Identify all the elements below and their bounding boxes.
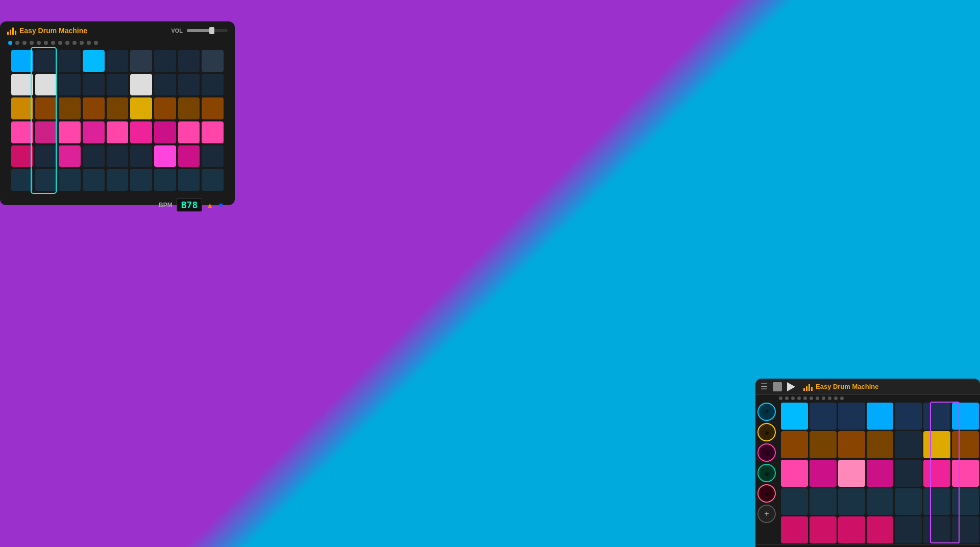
d2-dot-8[interactable] [828,396,831,400]
device2-pad-r3-c0[interactable] [781,488,808,515]
device2-pad-r2-c2[interactable] [838,460,865,487]
ctrl-btn-2[interactable]: ◎ [757,443,776,462]
device2-pad-r4-c1[interactable] [810,516,837,543]
d2-dot-1[interactable] [785,396,789,400]
device1-pad-r1-c6[interactable] [154,74,176,96]
d2-dot-2[interactable] [791,396,795,400]
device1-pad-r4-c2[interactable] [59,145,81,167]
device1-pad-r4-c6[interactable] [154,145,176,167]
device1-pad-r2-c5[interactable] [130,97,152,119]
device1-pad-r3-c2[interactable] [59,121,81,143]
device1-pad-r5-c5[interactable] [130,169,152,191]
device1-pad-r5-c1[interactable] [35,169,57,191]
device2-pad-r2-c6[interactable] [952,460,979,487]
dot-4[interactable] [37,41,41,45]
device1-pad-r2-c3[interactable] [83,97,105,119]
device1-pad-r0-c6[interactable] [154,50,176,72]
d2-dot-10[interactable] [840,396,844,400]
device1-pad-r3-c5[interactable] [130,121,152,143]
device1-pad-r3-c0[interactable] [11,121,33,143]
device2-pad-r1-c2[interactable] [838,431,865,458]
device2-pad-r0-c5[interactable] [923,403,950,430]
dot-8[interactable] [65,41,69,45]
device1-pad-r1-c7[interactable] [178,74,200,96]
device1-pad-r0-c3[interactable] [83,50,105,72]
device2-pad-r3-c2[interactable] [838,488,865,515]
d2-dot-4[interactable] [803,396,807,400]
device2-pad-r3-c1[interactable] [810,488,837,515]
device2-pad-r0-c3[interactable] [867,403,894,430]
d2-dot-6[interactable] [816,396,819,400]
device1-pad-r0-c8[interactable] [202,50,224,72]
dot-11[interactable] [87,41,91,45]
device1-pad-r5-c8[interactable] [202,169,224,191]
device1-pad-r4-c5[interactable] [130,145,152,167]
device2-pad-r4-c3[interactable] [867,516,894,543]
device1-pad-r5-c6[interactable] [154,169,176,191]
device1-pad-r2-c1[interactable] [35,97,57,119]
device1-pad-r2-c6[interactable] [154,97,176,119]
device1-pad-r5-c2[interactable] [59,169,81,191]
device2-pad-r4-c5[interactable] [923,516,950,543]
device1-pad-r0-c7[interactable] [178,50,200,72]
device1-pad-r2-c2[interactable] [59,97,81,119]
device1-pad-r4-c0[interactable] [11,145,33,167]
dot-0[interactable] [8,41,12,45]
device2-pad-r0-c4[interactable] [895,403,922,430]
play-button[interactable] [787,382,795,391]
device1-pad-r4-c3[interactable] [83,145,105,167]
device2-pad-r0-c1[interactable] [810,403,837,430]
device2-pad-r2-c1[interactable] [810,460,837,487]
device2-pad-r1-c6[interactable] [952,431,979,458]
dot-6[interactable] [51,41,55,45]
device2-pad-r0-c6[interactable] [952,403,979,430]
device1-pad-r0-c4[interactable] [107,50,129,72]
device2-pad-r1-c3[interactable] [867,431,894,458]
device1-pad-r1-c8[interactable] [202,74,224,96]
device1-pad-r3-c1[interactable] [35,121,57,143]
dot-2[interactable] [22,41,27,45]
device2-pad-r4-c0[interactable] [781,516,808,543]
device1-pad-r2-c8[interactable] [202,97,224,119]
device1-pad-r1-c3[interactable] [83,74,105,96]
d2-dot-0[interactable] [779,396,782,400]
dot-7[interactable] [58,41,62,45]
device1-pad-r4-c7[interactable] [178,145,200,167]
ctrl-btn-0[interactable]: ↺ [757,403,776,421]
stop-button[interactable] [773,382,782,391]
device1-pad-r5-c3[interactable] [83,169,105,191]
dot-1[interactable] [15,41,19,45]
dot-12[interactable] [94,41,98,45]
device2-pad-r3-c3[interactable] [867,488,894,515]
device1-pad-r1-c1[interactable] [35,74,57,96]
dot-5[interactable] [44,41,48,45]
device1-pad-r0-c5[interactable] [130,50,152,72]
device2-pad-r4-c4[interactable] [895,516,922,543]
ctrl-btn-1[interactable]: ◎ [757,423,776,441]
dot-9[interactable] [72,41,77,45]
device2-pad-r1-c5[interactable] [923,431,950,458]
device2-pad-r2-c0[interactable] [781,460,808,487]
device2-pad-r0-c2[interactable] [838,403,865,430]
bpm-up-button[interactable]: ▲ [206,201,213,209]
device1-pad-r0-c0[interactable] [11,50,33,72]
device1-pad-r4-c8[interactable] [202,145,224,167]
device2-pad-r0-c0[interactable] [781,403,808,430]
menu-button[interactable]: ☰ [761,382,768,391]
device1-pad-r1-c4[interactable] [107,74,129,96]
device1-pad-r5-c4[interactable] [107,169,129,191]
device2-pad-r2-c3[interactable] [867,460,894,487]
d2-dot-9[interactable] [834,396,838,400]
device1-pad-r3-c7[interactable] [178,121,200,143]
d2-dot-7[interactable] [822,396,825,400]
device2-pad-r3-c4[interactable] [895,488,922,515]
device1-pad-r4-c4[interactable] [107,145,129,167]
device2-pad-r2-c4[interactable] [895,460,922,487]
device1-pad-r1-c0[interactable] [11,74,33,96]
d2-dot-5[interactable] [810,396,813,400]
device1-pad-r3-c4[interactable] [107,121,129,143]
device2-pad-r4-c2[interactable] [838,516,865,543]
device1-pad-r0-c2[interactable] [59,50,81,72]
ctrl-btn-5[interactable]: + [757,505,776,523]
device1-pad-r2-c7[interactable] [178,97,200,119]
